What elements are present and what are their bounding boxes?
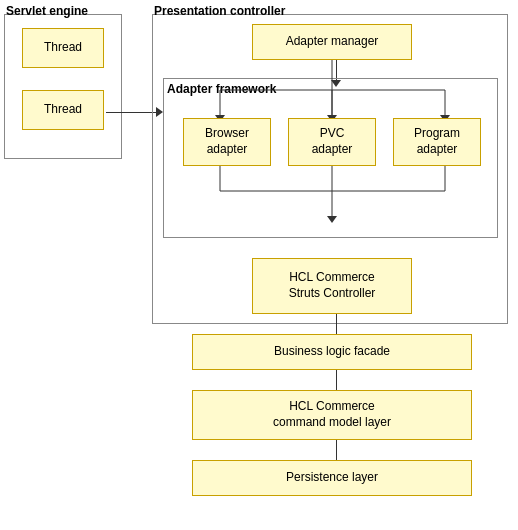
browser-adapter-box: Browser adapter — [183, 118, 271, 166]
thread1-box: Thread — [22, 28, 104, 68]
svg-marker-14 — [327, 216, 337, 223]
hcl-struts-box: HCL Commerce Struts Controller — [252, 258, 412, 314]
servlet-engine-label: Servlet engine — [6, 4, 88, 18]
commerce-command-box: HCL Commerce command model layer — [192, 390, 472, 440]
persistence-box: Persistence layer — [192, 460, 472, 496]
arrows-from-adapters — [163, 166, 503, 246]
architecture-diagram: Servlet engine Thread Thread Presentatio… — [0, 0, 518, 530]
presentation-controller-label: Presentation controller — [154, 4, 285, 18]
adapter-manager-box: Adapter manager — [252, 24, 412, 60]
thread2-box: Thread — [22, 90, 104, 130]
program-adapter-box: Program adapter — [393, 118, 481, 166]
pvc-adapter-box: PVC adapter — [288, 118, 376, 166]
business-logic-box: Business logic facade — [192, 334, 472, 370]
